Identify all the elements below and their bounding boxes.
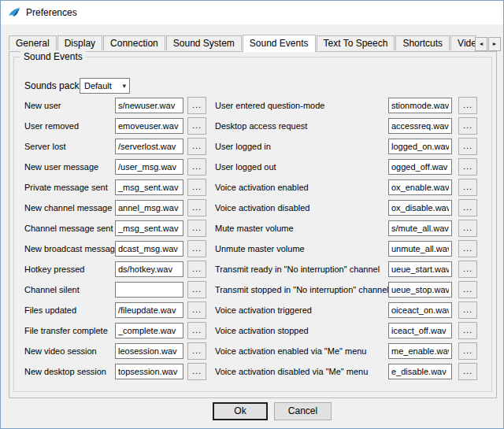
browse-button[interactable]: ... bbox=[458, 220, 477, 237]
sound-event-file-input[interactable] bbox=[388, 261, 452, 277]
tab-sound-events[interactable]: Sound Events bbox=[243, 35, 316, 52]
tab-general[interactable]: General bbox=[9, 35, 57, 50]
browse-button[interactable]: ... bbox=[458, 322, 477, 339]
browse-button[interactable]: ... bbox=[187, 179, 206, 196]
sound-event-file-input[interactable] bbox=[388, 118, 452, 134]
sound-event-file-input[interactable] bbox=[388, 220, 452, 236]
tab-text-to-speech[interactable]: Text To Speech bbox=[317, 35, 395, 50]
tab-scroll-buttons: ◄ ► bbox=[474, 37, 501, 51]
browse-button[interactable]: ... bbox=[187, 220, 206, 237]
tab-shortcuts[interactable]: Shortcuts bbox=[395, 35, 450, 50]
sound-event-file-input[interactable] bbox=[115, 159, 183, 175]
sound-event-file-input[interactable] bbox=[388, 343, 452, 359]
sound-event-label: New broadcast message bbox=[24, 241, 120, 257]
sound-event-file-input[interactable] bbox=[115, 343, 183, 359]
browse-button[interactable]: ... bbox=[458, 240, 477, 257]
tab-display[interactable]: Display bbox=[57, 35, 102, 50]
sound-event-file-input[interactable] bbox=[115, 179, 183, 195]
browse-button[interactable]: ... bbox=[187, 301, 206, 319]
sound-event-file-input[interactable] bbox=[115, 200, 183, 216]
title-bar[interactable]: Preferences bbox=[1, 1, 503, 24]
sound-event-label: Private message sent bbox=[24, 179, 108, 195]
sound-event-row: User logged in... bbox=[215, 139, 477, 154]
browse-button[interactable]: ... bbox=[187, 158, 206, 176]
tab-video[interactable]: Video bbox=[450, 35, 476, 50]
tab-connection[interactable]: Connection bbox=[103, 35, 165, 50]
browse-button[interactable]: ... bbox=[187, 240, 206, 257]
tab-sound-system[interactable]: Sound System bbox=[166, 35, 242, 50]
sound-event-file-input[interactable] bbox=[388, 302, 452, 318]
sound-event-file-input[interactable] bbox=[115, 139, 183, 154]
browse-button[interactable]: ... bbox=[458, 158, 477, 176]
ok-button[interactable]: Ok bbox=[213, 402, 268, 420]
sound-event-label: New user message bbox=[24, 159, 98, 175]
cancel-button[interactable]: Cancel bbox=[274, 402, 332, 420]
sound-event-file-input[interactable] bbox=[388, 282, 452, 298]
sound-event-label: User entered question-mode bbox=[215, 98, 324, 113]
sound-event-label: Desktop access request bbox=[215, 118, 307, 134]
sound-event-file-input[interactable] bbox=[115, 302, 183, 318]
browse-button[interactable]: ... bbox=[187, 342, 206, 360]
browse-button[interactable]: ... bbox=[458, 342, 477, 360]
tab-scroll-right-button[interactable]: ► bbox=[488, 37, 501, 51]
tab-scroll-left-button[interactable]: ◄ bbox=[475, 37, 487, 51]
browse-button[interactable]: ... bbox=[458, 117, 477, 135]
sound-event-row: Voice activation triggered... bbox=[215, 302, 477, 318]
sound-event-row: User logged out... bbox=[215, 159, 477, 175]
sound-event-row: Transmit stopped in "No interruption" ch… bbox=[215, 282, 477, 298]
browse-button[interactable]: ... bbox=[187, 199, 206, 216]
browse-button[interactable]: ... bbox=[187, 97, 206, 114]
browse-button[interactable]: ... bbox=[187, 117, 206, 135]
sound-event-label: Hotkey pressed bbox=[24, 261, 84, 277]
browse-button[interactable]: ... bbox=[458, 97, 477, 114]
sound-event-file-input[interactable] bbox=[115, 261, 183, 277]
sound-event-row: User entered question-mode... bbox=[215, 98, 477, 113]
sound-event-file-input[interactable] bbox=[115, 98, 183, 113]
sound-event-file-input[interactable] bbox=[388, 364, 452, 379]
sound-event-row: Channel message sent... bbox=[24, 220, 206, 236]
browse-button[interactable]: ... bbox=[187, 363, 206, 380]
events-column-left: New user...User removed...Server lost...… bbox=[24, 98, 206, 381]
sound-event-file-input[interactable] bbox=[388, 139, 452, 154]
chevron-down-icon: ▾ bbox=[122, 82, 129, 90]
window-title: Preferences bbox=[26, 7, 77, 18]
browse-button[interactable]: ... bbox=[187, 138, 206, 155]
preferences-window: Preferences GeneralDisplayConnectionSoun… bbox=[0, 0, 504, 429]
sound-event-label: New user bbox=[24, 98, 61, 113]
browse-button[interactable]: ... bbox=[458, 261, 477, 278]
groupbox-title: Sound Events bbox=[20, 51, 86, 62]
browse-button[interactable]: ... bbox=[458, 301, 477, 319]
browse-button[interactable]: ... bbox=[458, 363, 477, 380]
sound-event-file-input[interactable] bbox=[388, 98, 452, 113]
sounds-pack-value: Default bbox=[80, 81, 122, 91]
sound-event-file-input[interactable] bbox=[388, 200, 452, 216]
sound-event-file-input[interactable] bbox=[388, 241, 452, 257]
sound-event-row: New user message... bbox=[24, 159, 206, 175]
sound-event-file-input[interactable] bbox=[115, 323, 183, 338]
sound-event-row: Server lost... bbox=[24, 139, 206, 154]
sound-event-file-input[interactable] bbox=[388, 179, 452, 195]
browse-button[interactable]: ... bbox=[458, 199, 477, 216]
browse-button[interactable]: ... bbox=[187, 261, 206, 278]
browse-button[interactable]: ... bbox=[187, 322, 206, 339]
sound-event-file-input[interactable] bbox=[115, 118, 183, 134]
sounds-pack-label: Sounds pack bbox=[24, 79, 79, 94]
sound-event-row: Files updated... bbox=[24, 302, 206, 318]
sound-event-file-input[interactable] bbox=[115, 241, 183, 257]
sound-event-file-input[interactable] bbox=[115, 364, 183, 379]
sound-event-row: Channel silent... bbox=[24, 282, 206, 298]
sounds-pack-select[interactable]: Default ▾ bbox=[80, 78, 130, 94]
browse-button[interactable]: ... bbox=[458, 138, 477, 155]
sound-event-file-input[interactable] bbox=[388, 323, 452, 338]
browse-button[interactable]: ... bbox=[458, 179, 477, 196]
browse-button[interactable]: ... bbox=[458, 281, 477, 298]
sound-event-file-input[interactable] bbox=[388, 159, 452, 175]
sound-event-file-input[interactable] bbox=[115, 220, 183, 236]
browse-button[interactable]: ... bbox=[187, 281, 206, 298]
sound-event-label: Voice activation disabled via "Me" menu bbox=[215, 364, 368, 379]
sound-event-label: Voice activation disabled bbox=[215, 200, 309, 216]
sound-event-label: Unmute master volume bbox=[215, 241, 305, 257]
sound-event-file-input[interactable] bbox=[115, 282, 183, 298]
sound-event-row: Desktop access request... bbox=[215, 118, 477, 134]
sound-event-label: Transmit stopped in "No interruption" ch… bbox=[215, 282, 389, 298]
